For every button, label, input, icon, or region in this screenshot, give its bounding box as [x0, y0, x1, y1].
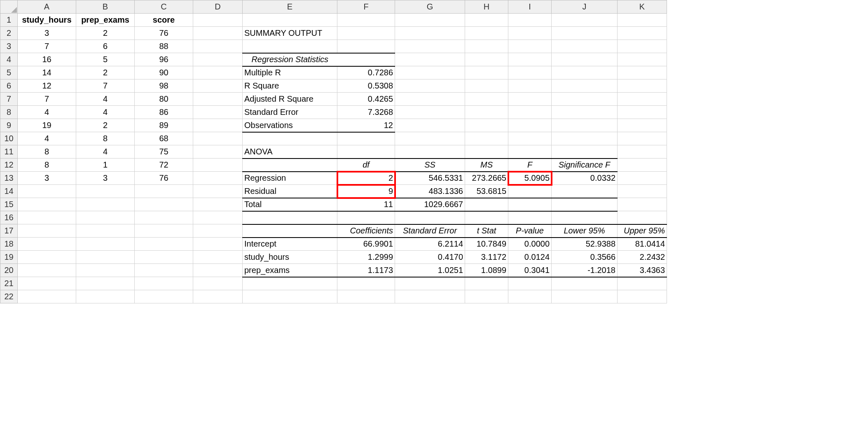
cell[interactable]	[337, 53, 395, 66]
row-header-7[interactable]: 7	[0, 93, 18, 106]
cell-K20[interactable]: 3.4363	[618, 264, 667, 277]
cell-B8[interactable]: 4	[76, 106, 135, 119]
cell[interactable]	[76, 198, 135, 211]
cell-B3[interactable]: 6	[76, 40, 135, 53]
row-header-3[interactable]: 3	[0, 40, 18, 53]
cell-H18[interactable]: 10.7849	[465, 238, 508, 251]
cell-E17[interactable]	[243, 224, 337, 238]
cell[interactable]	[243, 211, 337, 224]
cell[interactable]	[395, 211, 465, 224]
cell-H20[interactable]: 1.0899	[465, 264, 508, 277]
cell[interactable]	[337, 14, 395, 27]
cell-B12[interactable]: 1	[76, 159, 135, 172]
cell-A11[interactable]: 8	[18, 145, 76, 159]
cell[interactable]	[135, 264, 193, 277]
cell[interactable]	[508, 14, 552, 27]
cell-B13[interactable]: 3	[76, 172, 135, 185]
cell[interactable]	[552, 93, 618, 106]
cell-F15[interactable]: 11	[337, 198, 395, 211]
row-header-20[interactable]: 20	[0, 264, 18, 277]
cell[interactable]	[18, 238, 76, 251]
cell-E14[interactable]: Residual	[243, 185, 337, 198]
cell[interactable]	[193, 224, 243, 238]
row-header-6[interactable]: 6	[0, 79, 18, 93]
cell[interactable]	[243, 290, 337, 303]
row-header-2[interactable]: 2	[0, 27, 18, 40]
row-header-14[interactable]: 14	[0, 185, 18, 198]
row-header-4[interactable]: 4	[0, 53, 18, 66]
cell-F13[interactable]: 2	[337, 172, 395, 185]
cell[interactable]	[135, 224, 193, 238]
cell[interactable]	[76, 185, 135, 198]
cell[interactable]	[508, 106, 552, 119]
cell[interactable]	[508, 79, 552, 93]
cell[interactable]	[243, 14, 337, 27]
cell[interactable]	[193, 14, 243, 27]
cell-J19[interactable]: 0.3566	[552, 251, 618, 264]
cell-C7[interactable]: 80	[135, 93, 193, 106]
cell[interactable]	[76, 238, 135, 251]
cell-A6[interactable]: 12	[18, 79, 76, 93]
row-header-13[interactable]: 13	[0, 172, 18, 185]
col-header-J[interactable]: J	[552, 0, 618, 14]
cell-E6[interactable]: R Square	[243, 79, 337, 93]
cell-C5[interactable]: 90	[135, 66, 193, 79]
col-header-K[interactable]: K	[618, 0, 667, 14]
cell-B6[interactable]: 7	[76, 79, 135, 93]
cell-C6[interactable]: 98	[135, 79, 193, 93]
cell[interactable]	[243, 40, 337, 53]
cell[interactable]	[76, 264, 135, 277]
cell-E12[interactable]	[243, 159, 337, 172]
cell[interactable]	[193, 106, 243, 119]
cell[interactable]	[337, 211, 395, 224]
cell-A10[interactable]: 4	[18, 132, 76, 145]
cell[interactable]	[193, 132, 243, 145]
cell[interactable]	[618, 211, 667, 224]
row-header-19[interactable]: 19	[0, 251, 18, 264]
cell[interactable]	[76, 251, 135, 264]
cell[interactable]	[508, 145, 552, 159]
cell-E5[interactable]: Multiple R	[243, 66, 337, 79]
cell-H12[interactable]: MS	[465, 159, 508, 172]
cell-I18[interactable]: 0.0000	[508, 238, 552, 251]
spreadsheet-grid[interactable]: A B C D E F G H I J K 1 study_hours prep…	[0, 0, 667, 303]
cell[interactable]	[552, 185, 618, 198]
cell[interactable]	[618, 277, 667, 290]
col-header-E[interactable]: E	[243, 0, 337, 14]
cell[interactable]	[337, 145, 395, 159]
col-header-C[interactable]: C	[135, 0, 193, 14]
cell[interactable]	[243, 277, 337, 290]
cell[interactable]	[552, 79, 618, 93]
cell[interactable]	[508, 277, 552, 290]
cell-B9[interactable]: 2	[76, 119, 135, 132]
cell[interactable]	[193, 211, 243, 224]
cell[interactable]	[193, 79, 243, 93]
cell[interactable]	[618, 93, 667, 106]
cell[interactable]	[395, 79, 465, 93]
cell-H13[interactable]: 273.2665	[465, 172, 508, 185]
cell[interactable]	[618, 40, 667, 53]
row-header-11[interactable]: 11	[0, 145, 18, 159]
row-header-8[interactable]: 8	[0, 106, 18, 119]
cell[interactable]	[193, 66, 243, 79]
cell-F12[interactable]: df	[337, 159, 395, 172]
cell[interactable]	[552, 277, 618, 290]
cell-F20[interactable]: 1.1173	[337, 264, 395, 277]
row-header-1[interactable]: 1	[0, 14, 18, 27]
cell[interactable]	[135, 211, 193, 224]
cell-I20[interactable]: 0.3041	[508, 264, 552, 277]
cell[interactable]	[18, 290, 76, 303]
cell[interactable]	[618, 159, 667, 172]
cell-B11[interactable]: 4	[76, 145, 135, 159]
cell[interactable]	[508, 66, 552, 79]
cell-F19[interactable]: 1.2999	[337, 251, 395, 264]
cell-E13[interactable]: Regression	[243, 172, 337, 185]
cell[interactable]	[508, 290, 552, 303]
cell[interactable]	[552, 40, 618, 53]
col-header-A[interactable]: A	[18, 0, 76, 14]
cell[interactable]	[508, 53, 552, 66]
cell[interactable]	[135, 185, 193, 198]
cell[interactable]	[395, 93, 465, 106]
cell-A7[interactable]: 7	[18, 93, 76, 106]
cell-B10[interactable]: 8	[76, 132, 135, 145]
